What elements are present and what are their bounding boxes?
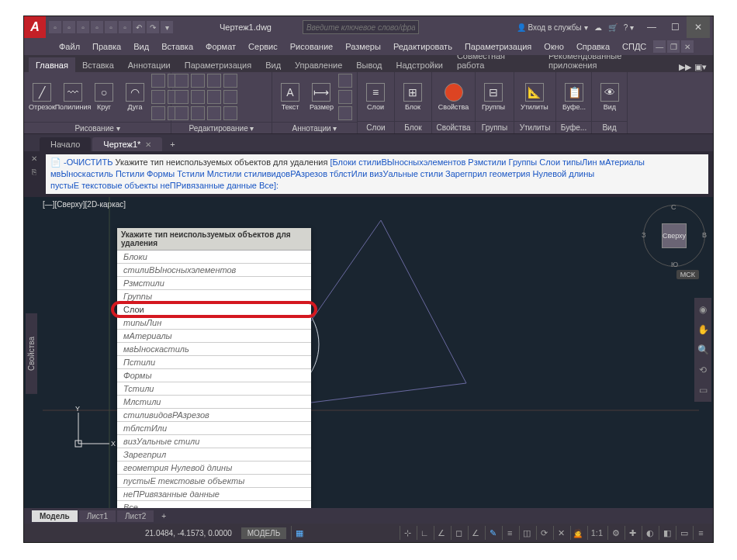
ribbon-search-icon[interactable]: ▶▶ <box>679 62 691 72</box>
modify-tool-icon[interactable] <box>223 106 237 120</box>
commandline[interactable]: 📄 -ОЧИСТИТЬ Укажите тип неиспользуемых о… <box>46 154 708 194</box>
close-button[interactable]: ✕ <box>687 16 710 38</box>
purge-option-13[interactable]: тблстИли <box>117 422 311 435</box>
menu-справка[interactable]: Справка <box>571 40 615 53</box>
layout-tab-add[interactable]: + <box>155 510 172 522</box>
ribbon-tab-6[interactable]: Вывод <box>349 57 389 72</box>
nav-fullnav-icon[interactable]: ◉ <box>696 302 710 316</box>
menu-окно[interactable]: Окно <box>538 40 569 53</box>
menu-вставка[interactable]: Вставка <box>156 40 199 53</box>
circle-button[interactable]: ○Круг <box>89 81 119 112</box>
purge-option-16[interactable]: геометрия Нулевой длины <box>117 461 311 475</box>
draw-tool-icon[interactable] <box>151 74 165 88</box>
menu-параметризация[interactable]: Параметризация <box>459 40 537 53</box>
modify-tool-icon[interactable] <box>223 74 237 88</box>
purge-option-5[interactable]: типыЛин <box>117 316 311 330</box>
purge-option-0[interactable]: Блоки <box>117 251 311 264</box>
modify-tool-icon[interactable] <box>175 74 189 88</box>
ribbon-tab-7[interactable]: Надстройки <box>389 57 450 72</box>
annot-tool-icon[interactable] <box>338 90 352 104</box>
login-button[interactable]: 👤Вход в службы▾ <box>517 23 588 32</box>
status-space-button[interactable]: МОДЕЛЬ <box>241 527 286 539</box>
clipboard-button[interactable]: 📋Буфе... <box>559 81 589 112</box>
modify-tool-icon[interactable] <box>207 90 221 104</box>
purge-option-10[interactable]: Тстили <box>117 382 311 396</box>
layout-tab-2[interactable]: Лист2 <box>117 510 154 522</box>
snap-icon[interactable]: ⊹ <box>400 526 415 540</box>
modify-tool-icon[interactable] <box>207 74 221 88</box>
hwaccel-icon[interactable]: ◧ <box>659 526 674 540</box>
purge-option-9[interactable]: Формы <box>117 369 311 382</box>
menu-вид[interactable]: Вид <box>128 40 154 53</box>
doc-restore-icon[interactable]: ❐ <box>667 40 680 53</box>
isolate-icon[interactable]: ◐ <box>642 526 657 540</box>
modify-tool-icon[interactable] <box>223 90 237 104</box>
transparency-icon[interactable]: ◫ <box>519 526 535 540</box>
purge-option-17[interactable]: пустыЕ текстовые объекты <box>117 475 311 488</box>
annoscale-icon[interactable]: 🙍 <box>570 526 586 540</box>
cmd-pin-icon[interactable]: ⎘ <box>29 168 40 178</box>
arc-button[interactable]: ◠Дуга <box>120 81 150 112</box>
cmd-close-icon[interactable]: ✕ <box>29 154 40 165</box>
purge-option-7[interactable]: мвЫноскастиль <box>117 343 311 356</box>
qat-saveas-icon[interactable]: ▫ <box>91 21 103 33</box>
help-icon[interactable]: ? ▾ <box>624 23 634 32</box>
purge-option-6[interactable]: мАтериалы <box>117 330 311 343</box>
coord-system-badge[interactable]: МСК <box>676 270 699 279</box>
draw-tool-icon[interactable] <box>151 106 165 120</box>
file-tab[interactable]: Начало <box>40 137 91 151</box>
polar-icon[interactable]: ∠ <box>434 526 449 540</box>
purge-option-2[interactable]: Рзмстили <box>117 277 311 290</box>
lineweight-icon[interactable]: ≡ <box>502 526 517 540</box>
polyline-button[interactable]: 〰Полилиния <box>58 81 88 112</box>
modify-tool-icon[interactable] <box>191 74 205 88</box>
dimension-button[interactable]: ⟼Размер <box>306 81 337 112</box>
purge-option-19[interactable]: Все <box>117 501 311 508</box>
ribbon-tab-1[interactable]: Вставка <box>75 57 121 72</box>
block-button[interactable]: ⊞Блок <box>398 81 427 112</box>
ortho-icon[interactable]: ∟ <box>417 526 432 540</box>
menu-спдс[interactable]: СПДС <box>617 40 652 53</box>
menu-редактировать[interactable]: Редактировать <box>388 40 458 53</box>
ribbon-tab-3[interactable]: Параметризация <box>178 57 258 72</box>
ribbon-tab-4[interactable]: Вид <box>258 57 288 72</box>
otrack-icon[interactable]: ∠ <box>468 526 483 540</box>
scale-label[interactable]: 1:1 <box>587 526 606 540</box>
layers-button[interactable]: ≡Слои <box>361 81 390 112</box>
doc-close-icon[interactable]: ✕ <box>681 40 694 53</box>
layout-tab-1[interactable]: Лист1 <box>79 510 116 522</box>
qat-open-icon[interactable]: ▫ <box>63 21 75 33</box>
purge-option-1[interactable]: стилиВЫносныхэлементов <box>117 264 311 277</box>
annot-tool-icon[interactable] <box>338 106 352 120</box>
panel-title-annot[interactable]: Аннотации ▾ <box>272 122 357 133</box>
utilities-button[interactable]: 📐Утилиты <box>517 81 552 112</box>
modify-tool-icon[interactable] <box>175 90 189 104</box>
qat-more-icon[interactable]: ▾ <box>161 21 173 33</box>
nav-show-icon[interactable]: ▭ <box>696 383 710 397</box>
purge-option-15[interactable]: Зарегприл <box>117 448 311 461</box>
qat-undo-icon[interactable]: ↶ <box>133 21 145 33</box>
doc-minimize-icon[interactable]: — <box>653 40 666 53</box>
purge-option-4[interactable]: Слои <box>117 303 311 316</box>
customize-icon[interactable]: ≡ <box>693 526 708 540</box>
layout-tab-0[interactable]: Модель <box>32 510 78 522</box>
panel-title-modify[interactable]: Редактирование ▾ <box>171 122 272 133</box>
qat-web-icon[interactable]: ▫ <box>105 21 117 33</box>
ucs-icon[interactable]: X Y <box>71 405 117 451</box>
modify-tool-icon[interactable] <box>207 106 221 120</box>
draw-tool-icon[interactable] <box>151 90 165 104</box>
ribbon-tab-5[interactable]: Управление <box>288 57 349 72</box>
menu-правка[interactable]: Правка <box>87 40 126 53</box>
panel-title-draw[interactable]: Рисование ▾ <box>24 122 171 133</box>
gear-icon[interactable]: ⚙ <box>607 526 623 540</box>
ribbon-tab-2[interactable]: Аннотации <box>121 57 178 72</box>
modify-tool-icon[interactable] <box>191 90 205 104</box>
drawing-canvas[interactable]: [—][Сверху][2D-каркас] Свойства X Y С Ю … <box>24 197 713 508</box>
ribbon-tab-0[interactable]: Главная <box>29 57 75 72</box>
purge-option-18[interactable]: неПРивязанные данные <box>117 488 311 501</box>
menu-формат[interactable]: Формат <box>200 40 241 53</box>
menu-файл[interactable]: Файл <box>54 40 85 53</box>
maximize-button[interactable]: ☐ <box>663 16 687 38</box>
qat-new-icon[interactable]: ▫ <box>49 21 61 33</box>
minimize-button[interactable]: — <box>640 16 663 38</box>
